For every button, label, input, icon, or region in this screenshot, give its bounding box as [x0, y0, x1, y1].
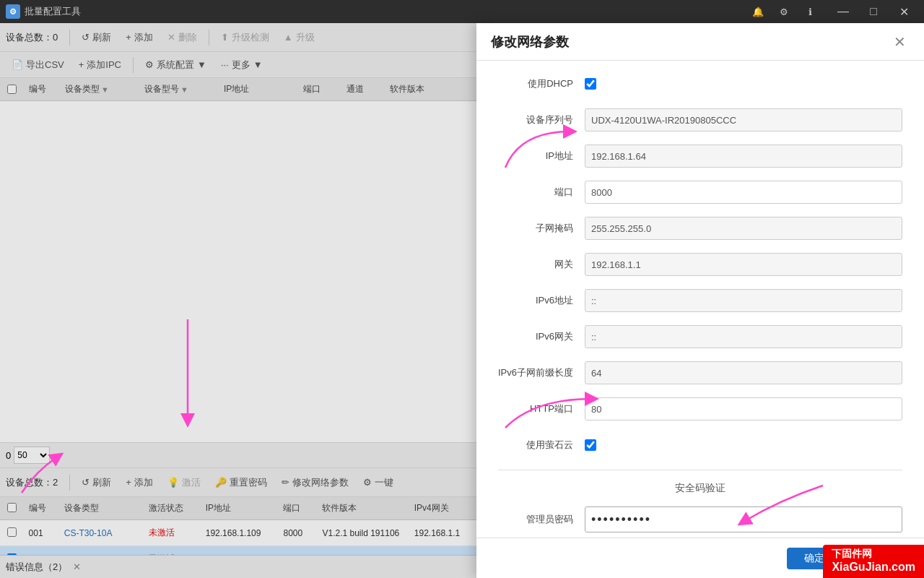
info-icon[interactable]: ℹ [800, 1, 820, 22]
device-table-header: 编号 设备类型 激活状态 IP地址 端口 软件版本 IPv4网关 [0, 497, 476, 520]
model-filter-icon[interactable]: ▼ [180, 85, 188, 94]
bottom-bar: 错误信息（2） ✕ [0, 555, 476, 578]
settings-icon[interactable]: ⚙ [774, 1, 794, 22]
page-number: 0 [6, 450, 11, 461]
top-toolbar: 设备总数：0 ↺ 刷新 + 添加 ✕ 删除 ⬆ 升级检测 ▲ 升级 [0, 23, 476, 52]
reimingcloud-checkbox[interactable] [585, 439, 596, 451]
gateway-input[interactable] [585, 253, 902, 276]
ip-address-input[interactable] [585, 144, 902, 168]
page-size-select[interactable]: 50 [14, 447, 50, 464]
table-body-top [0, 101, 476, 442]
main-area: 设备总数：0 ↺ 刷新 + 添加 ✕ 删除 ⬆ 升级检测 ▲ 升级 [0, 23, 924, 578]
ip-address-row: IP地址 [498, 144, 902, 168]
add-ipc-icon: + [79, 59, 84, 70]
error-info[interactable]: 错误信息（2） [6, 561, 67, 574]
dth-type: 设备类型 [60, 502, 145, 514]
one-key-button[interactable]: ⚙ 一键 [357, 474, 399, 491]
subnet-mask-input[interactable] [585, 217, 902, 240]
maximize-button[interactable]: □ [859, 0, 888, 23]
row-001-check[interactable] [3, 527, 25, 539]
separator3 [133, 57, 134, 73]
dialog-title: 修改网络参数 [491, 33, 569, 51]
th-check[interactable] [3, 85, 25, 94]
add-button-top[interactable]: + 添加 [120, 29, 159, 46]
more-button[interactable]: ··· 更多 ▼ [215, 56, 269, 74]
one-key-icon: ⚙ [363, 477, 372, 488]
left-panel: 设备总数：0 ↺ 刷新 + 添加 ✕ 删除 ⬆ 升级检测 ▲ 升级 [0, 23, 476, 578]
delete-button[interactable]: ✕ 删除 [162, 29, 203, 46]
admin-password-row: 管理员密码 [498, 506, 902, 532]
dialog-close-button[interactable]: ✕ [889, 32, 910, 52]
th-ip: IP地址 [219, 83, 299, 95]
bell-icon[interactable]: 🔔 [748, 1, 768, 22]
http-port-row: HTTP端口 [498, 397, 902, 420]
upgrade-check-button[interactable]: ⬆ 升级检测 [215, 29, 275, 46]
modify-net-button[interactable]: ✏ 修改网络参数 [276, 474, 354, 491]
select-all-checkbox-top[interactable] [7, 85, 17, 94]
row-001-version: V1.2.1 build 191106 [318, 528, 409, 538]
use-dhcp-row: 使用DHCP [498, 72, 902, 95]
th-port: 端口 [299, 83, 342, 95]
select-all-checkbox[interactable] [7, 503, 17, 512]
security-section-title: 安全码验证 [498, 482, 902, 495]
error-close-icon[interactable]: ✕ [73, 561, 81, 572]
use-dhcp-checkbox[interactable] [585, 78, 596, 90]
add-ipc-button[interactable]: + 添加IPC [73, 56, 127, 74]
use-dhcp-label: 使用DHCP [498, 77, 585, 90]
port-input[interactable] [585, 181, 902, 204]
subnet-mask-label: 子网掩码 [498, 222, 585, 235]
device-count-top: 设备总数：0 [6, 31, 58, 44]
dialog-body: 使用DHCP 设备序列号 IP地址 端口 子网掩 [476, 61, 924, 538]
row-001-checkbox[interactable] [7, 527, 17, 537]
watermark: 下固件网 XiaGuJian.com [823, 545, 924, 578]
ipv6-gateway-input[interactable] [585, 325, 902, 348]
row-001-port: 8000 [279, 528, 318, 538]
dth-check[interactable] [3, 503, 25, 514]
port-label: 端口 [498, 186, 585, 199]
th-channel: 通道 [342, 83, 385, 95]
gateway-row: 网关 [498, 253, 902, 276]
upgrade-check-icon: ⬆ [221, 32, 229, 43]
reimingcloud-row: 使用萤石云 [498, 434, 902, 457]
minimize-button[interactable]: — [829, 0, 858, 23]
export-csv-button[interactable]: 📄 导出CSV [6, 56, 70, 74]
type-filter-icon[interactable]: ▼ [101, 85, 109, 94]
device-serial-input[interactable] [585, 108, 902, 131]
th-version: 软件版本 [385, 83, 465, 95]
add-button-main[interactable]: + 添加 [120, 474, 159, 491]
row-001-state: 未激活 [144, 527, 201, 539]
sys-config-icon: ⚙ [145, 59, 154, 70]
ipv6-address-input[interactable] [585, 289, 902, 312]
admin-password-input[interactable] [585, 506, 902, 532]
row-001-ipv4gw: 192.168.1.1 [410, 528, 474, 538]
table-header-top: 编号 设备类型 ▼ 设备型号 ▼ IP地址 端口 通道 软件版本 [0, 78, 476, 101]
port-row: 端口 [498, 181, 902, 204]
subnet-mask-row: 子网掩码 [498, 217, 902, 240]
separator [69, 30, 70, 46]
upgrade-button[interactable]: ▲ 升级 [278, 29, 321, 46]
watermark-site: XiaGuJian.com [832, 561, 915, 573]
reset-pwd-button[interactable]: 🔑 重置密码 [209, 474, 273, 491]
table-row[interactable]: 001 CS-T30-10A 未激活 192.168.1.109 8000 V1… [0, 520, 476, 546]
ipv6-prefix-input[interactable] [585, 361, 902, 384]
close-button[interactable]: ✕ [889, 0, 918, 23]
dth-num: 编号 [25, 502, 60, 514]
ipv6-gateway-label: IPv6网关 [498, 330, 585, 343]
activate-icon: 💡 [167, 477, 179, 488]
http-port-input[interactable] [585, 397, 902, 420]
dialog-header: 修改网络参数 ✕ [476, 23, 924, 61]
ipv6-prefix-row: IPv6子网前缀长度 [498, 361, 902, 384]
refresh-button-top[interactable]: ↺ 刷新 [76, 29, 117, 46]
separator2 [209, 30, 209, 46]
activate-button[interactable]: 💡 激活 [162, 474, 206, 491]
upgrade-icon: ▲ [284, 32, 293, 43]
add-main-icon: + [126, 477, 131, 488]
dth-state: 激活状态 [144, 502, 201, 514]
dth-version: 软件版本 [318, 502, 409, 514]
dth-ip: IP地址 [201, 502, 279, 514]
refresh-icon: ↺ [82, 32, 90, 43]
device-serial-label: 设备序列号 [498, 113, 585, 126]
sys-config-button[interactable]: ⚙ 系统配置 ▼ [139, 56, 212, 74]
second-toolbar: 📄 导出CSV + 添加IPC ⚙ 系统配置 ▼ ··· 更多 ▼ [0, 52, 476, 78]
refresh-button-main[interactable]: ↺ 刷新 [76, 474, 117, 491]
